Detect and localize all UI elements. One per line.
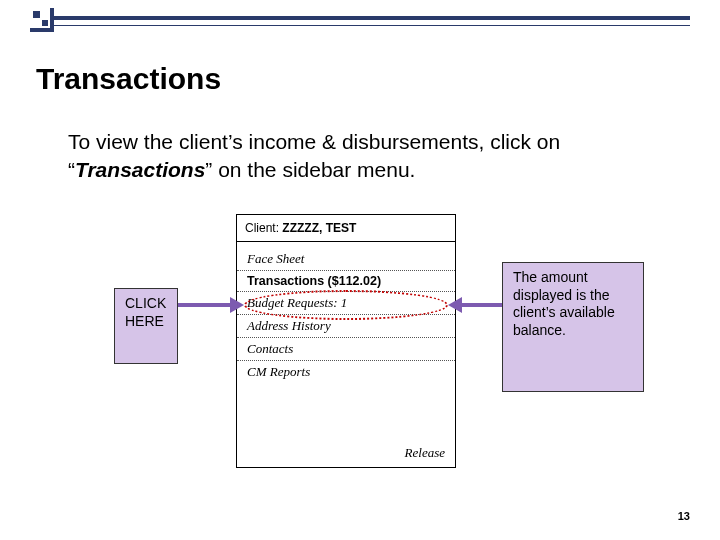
arrow-right-icon — [448, 299, 502, 311]
intro-text: To view the client’s income & disburseme… — [68, 128, 660, 185]
sidebar-item-transactions[interactable]: Transactions ($112.02) — [237, 271, 455, 292]
page-title: Transactions — [36, 62, 221, 96]
page-number: 13 — [678, 510, 690, 522]
release-link[interactable]: Release — [405, 445, 445, 461]
sidebar-item-address-history[interactable]: Address History — [237, 315, 455, 338]
header-rule — [30, 16, 690, 26]
client-label: Client: — [245, 221, 279, 235]
sidebar-item-contacts[interactable]: Contacts — [237, 338, 455, 361]
callout-balance-explainer: The amount displayed is the client’s ava… — [502, 262, 644, 392]
intro-after: ” on the sidebar menu. — [205, 158, 415, 181]
client-value: ZZZZZ, TEST — [282, 221, 356, 235]
sidebar-panel: Client: ZZZZZ, TEST Face Sheet Transacti… — [236, 214, 456, 468]
arrow-left-icon — [178, 299, 244, 311]
sidebar-item-budget-requests[interactable]: Budget Requests: 1 — [237, 292, 455, 315]
sidebar-item-cm-reports[interactable]: CM Reports — [237, 361, 455, 383]
intro-keyword: Transactions — [75, 158, 205, 181]
client-header: Client: ZZZZZ, TEST — [237, 215, 455, 237]
callout-click-here: CLICK HERE — [114, 288, 178, 364]
sidebar-item-face-sheet[interactable]: Face Sheet — [237, 248, 455, 271]
slide-logo-icon — [30, 8, 54, 32]
sidebar-menu: Face Sheet Transactions ($112.02) Budget… — [237, 242, 455, 383]
